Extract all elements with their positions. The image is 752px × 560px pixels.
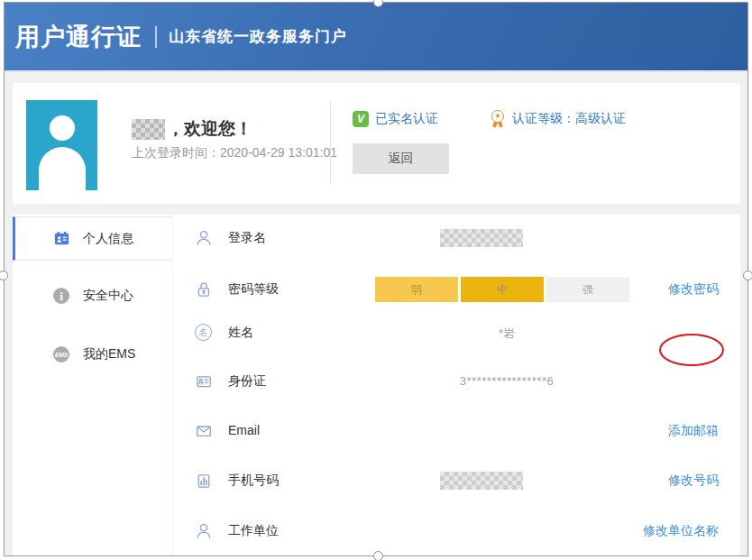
name-icon-char: 名: [195, 324, 212, 341]
badge-row: V 已实名认证 ★ 认证等级：高级认证: [353, 110, 626, 128]
medal-icon: ★: [490, 110, 506, 128]
welcome-line: ，欢迎您！: [132, 117, 252, 141]
image-frame: 用户通行证 山东省统一政务服务门户 ，欢迎您！ 上次登录时间：2020-04-2…: [4, 2, 748, 556]
lock-icon: [195, 280, 213, 298]
sidebar-item-personal-info[interactable]: 个人信息: [13, 216, 172, 261]
portal-title: 用户通行证: [15, 21, 142, 53]
user-icon: [195, 522, 213, 540]
sidebar-item-label: 我的EMS: [83, 346, 135, 363]
field-label: 登录名: [228, 230, 266, 246]
add-email-link[interactable]: 添加邮箱: [668, 423, 719, 439]
ems-icon-text: EMS: [55, 352, 68, 358]
name-value: *岩: [426, 326, 588, 342]
sidebar-item-label: 安全中心: [83, 288, 133, 304]
medal-star: ★: [492, 112, 503, 120]
user-icon: [195, 229, 213, 247]
sidebar-item-security-center[interactable]: i 安全中心: [13, 280, 172, 311]
profile-card: ，欢迎您！ 上次登录时间：2020-04-29 13:01:01 V 已实名认证…: [13, 83, 740, 204]
profile-divider: [330, 102, 331, 183]
avatar-head-shape: [50, 115, 75, 141]
field-row-id-card: 身份证 3****************6: [173, 366, 740, 397]
sidebar-item-my-ems[interactable]: EMS 我的EMS: [13, 339, 172, 370]
field-row-login-name: 登录名: [173, 223, 740, 253]
field-label: 密码等级: [228, 281, 279, 298]
title-separator: [155, 26, 157, 48]
change-password-link[interactable]: 修改密码: [668, 281, 719, 298]
change-mobile-link[interactable]: 修改号码: [668, 473, 719, 489]
portal-subtitle: 山东省统一政务服务门户: [169, 26, 347, 47]
info-icon: i: [52, 287, 70, 305]
change-work-unit-link[interactable]: 修改单位名称: [643, 523, 719, 539]
mobile-signal-icon: [195, 472, 213, 490]
resize-handle-right[interactable]: [743, 271, 752, 280]
password-strength-meter: 弱 中 强: [375, 277, 632, 302]
welcome-text: ，欢迎您！: [167, 117, 252, 141]
screenshot-canvas: 用户通行证 山东省统一政务服务门户 ，欢迎您！ 上次登录时间：2020-04-2…: [0, 0, 752, 560]
avatar-body-shape: [39, 147, 86, 190]
field-label: 工作单位: [228, 523, 279, 539]
strength-segment-strong: 强: [546, 277, 629, 302]
verified-icon: V: [353, 111, 369, 127]
field-label: 身份证: [228, 373, 266, 390]
field-label: 姓名: [228, 325, 253, 341]
field-row-name: 名 姓名 *岩: [173, 317, 740, 348]
auth-level-label: 认证等级：高级认证: [512, 111, 626, 127]
envelope-icon: [195, 422, 213, 440]
personal-info-panel: 登录名 密码等级 弱 中 强 修改密码: [173, 215, 740, 555]
field-row-work-unit: 工作单位 修改单位名称: [173, 516, 740, 546]
sidebar: 个人信息 i 安全中心 EMS 我的EMS: [13, 215, 172, 555]
strength-segment-weak: 弱: [375, 277, 458, 302]
ems-icon: EMS: [52, 345, 70, 363]
username-redacted: [132, 119, 165, 140]
id-badge-icon: [52, 230, 70, 248]
resize-handle-bottom[interactable]: [373, 551, 383, 560]
id-card-icon: [195, 372, 213, 390]
name-circle-icon: 名: [195, 324, 213, 342]
mobile-number-redacted: [440, 472, 523, 490]
field-label: 手机号码: [228, 473, 279, 489]
last-login-time: 上次登录时间：2020-04-29 13:01:01: [132, 145, 337, 161]
portal-header: 用户通行证 山东省统一政务服务门户: [5, 3, 747, 72]
login-name-redacted: [440, 229, 523, 247]
field-row-email: Email 添加邮箱: [173, 416, 740, 446]
strength-segment-medium: 中: [461, 277, 544, 302]
verified-label: 已实名认证: [375, 111, 438, 127]
field-row-password-level: 密码等级 弱 中 强 修改密码: [173, 274, 740, 305]
back-button[interactable]: 返回: [353, 143, 449, 174]
sidebar-item-label: 个人信息: [83, 231, 133, 247]
field-row-mobile: 手机号码 修改号码: [173, 465, 740, 496]
info-icon-letter: i: [60, 290, 63, 302]
id-card-value: 3****************6: [426, 374, 588, 388]
field-label: Email: [228, 423, 260, 437]
avatar: [26, 100, 97, 190]
